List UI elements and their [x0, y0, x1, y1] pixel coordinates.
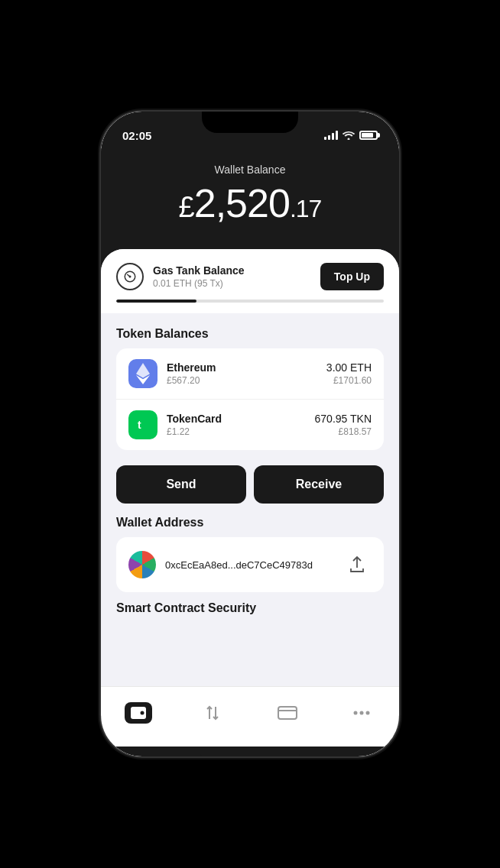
status-icons [324, 131, 378, 140]
token-card: Ethereum £567.20 3.00 ETH £1701.60 [116, 348, 384, 450]
token-left-tkn: t TokenCard £1.22 [128, 410, 222, 439]
nav-item-transfer[interactable] [187, 695, 239, 731]
token-left-eth: Ethereum £567.20 [128, 359, 216, 388]
smart-contract-title: Smart Contract Security [116, 601, 384, 615]
tkn-right: 670.95 TKN £818.57 [315, 413, 372, 437]
notch [202, 112, 298, 133]
svg-point-7 [354, 711, 358, 715]
wallet-label: Wallet Balance [122, 164, 378, 176]
receive-button[interactable]: Receive [254, 465, 384, 504]
tkn-fiat: £1.22 [167, 426, 222, 437]
gas-progress-bar [116, 300, 384, 303]
gas-tank-card: Gas Tank Balance 0.01 ETH (95 Tx) Top Up [101, 249, 399, 313]
gas-progress-fill [116, 300, 196, 303]
more-nav-icon [348, 699, 375, 727]
action-buttons: Send Receive [101, 456, 399, 513]
gas-info: Gas Tank Balance 0.01 ETH (95 Tx) [153, 264, 245, 289]
tkn-name: TokenCard [167, 413, 222, 425]
wallet-balance: £2,520.17 [122, 180, 378, 226]
bottom-nav [101, 686, 399, 747]
phone-screen: 02:05 Wa [101, 112, 399, 756]
eth-name: Ethereum [167, 361, 216, 374]
battery-icon [359, 131, 378, 140]
svg-rect-5 [278, 707, 297, 719]
svg-point-8 [360, 711, 364, 715]
balance-main: 2,520 [194, 181, 290, 225]
tkn-amount: 670.95 TKN [315, 413, 372, 425]
svg-point-4 [140, 711, 144, 715]
gas-card-top: Gas Tank Balance 0.01 ETH (95 Tx) Top Up [116, 263, 384, 290]
token-balances-section: Token Balances [101, 315, 399, 456]
home-bar [200, 753, 300, 756]
gas-subtitle: 0.01 ETH (95 Tx) [153, 278, 245, 289]
wallet-address-section: Wallet Address 0xcEcEaA8ed...deC7CeC4978… [101, 513, 399, 598]
top-up-button[interactable]: Top Up [320, 263, 384, 290]
gauge-icon [116, 263, 144, 290]
token-row-eth[interactable]: Ethereum £567.20 3.00 ETH £1701.60 [116, 348, 384, 399]
wallet-address-card[interactable]: 0xcEcEaA8ed...deC7CeC49783d [116, 537, 384, 592]
send-button[interactable]: Send [116, 465, 246, 504]
phone-body: 02:05 Wa [101, 112, 399, 756]
eth-fiat-val: £1701.60 [326, 375, 372, 386]
svg-text:t: t [138, 419, 141, 431]
nav-item-wallet[interactable] [112, 698, 164, 728]
tkn-info: TokenCard £1.22 [167, 413, 222, 437]
share-icon [349, 555, 365, 574]
svg-point-9 [366, 711, 370, 715]
address-left: 0xcEcEaA8ed...deC7CeC49783d [128, 551, 313, 578]
header-area: Wallet Balance £2,520.17 [101, 148, 399, 249]
wallet-nav-icon [125, 702, 152, 724]
smart-contract-section: Smart Contract Security [101, 598, 399, 635]
eth-fiat: £567.20 [167, 375, 216, 386]
wallet-address-title: Wallet Address [116, 516, 384, 530]
tkn-fiat-val: £818.57 [315, 426, 372, 437]
main-content: Gas Tank Balance 0.01 ETH (95 Tx) Top Up… [101, 249, 399, 686]
balance-decimal: .17 [290, 195, 321, 222]
signal-icon [324, 131, 338, 140]
eth-info: Ethereum £567.20 [167, 361, 216, 386]
eth-right: 3.00 ETH £1701.60 [326, 361, 372, 386]
nav-item-card[interactable] [261, 695, 313, 731]
svg-point-1 [129, 276, 131, 277]
address-avatar [128, 551, 156, 578]
status-time: 02:05 [122, 129, 151, 142]
transfer-nav-icon [199, 699, 226, 727]
gas-left: Gas Tank Balance 0.01 ETH (95 Tx) [116, 263, 245, 290]
nav-item-more[interactable] [336, 695, 388, 731]
tkn-icon: t [128, 410, 157, 439]
token-row-tkn[interactable]: t TokenCard £1.22 670.95 TKN £81 [116, 399, 384, 450]
phone-frame: 02:05 Wa [0, 0, 500, 868]
eth-amount: 3.00 ETH [326, 361, 372, 374]
gas-title: Gas Tank Balance [153, 264, 245, 277]
token-balances-title: Token Balances [116, 327, 384, 341]
wifi-icon [343, 131, 355, 140]
balance-currency: £ [179, 191, 194, 223]
eth-icon [128, 359, 157, 388]
share-address-button[interactable] [343, 549, 372, 580]
card-nav-icon [274, 699, 301, 727]
address-text: 0xcEcEaA8ed...deC7CeC49783d [165, 559, 313, 571]
